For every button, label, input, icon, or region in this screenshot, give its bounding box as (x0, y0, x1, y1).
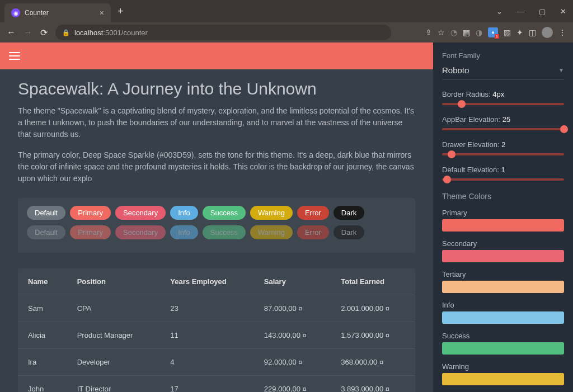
browser-title-bar: ◉ Counter × + ⌄ — ▢ ✕ (0, 0, 573, 22)
chip-secondary[interactable]: Secondary (115, 206, 166, 220)
share-icon[interactable]: ⇪ (425, 28, 432, 37)
color-swatch-secondary[interactable] (442, 250, 564, 262)
maximize-icon[interactable]: ▢ (537, 5, 548, 18)
font-family-select[interactable]: Roboto ▼ (442, 63, 564, 80)
color-label: Tertiary (442, 270, 564, 278)
table-cell: 3.893.000,00 ¤ (331, 376, 415, 393)
profile-avatar[interactable] (542, 27, 553, 38)
back-button[interactable]: ← (7, 27, 16, 37)
chip-default[interactable]: Default (27, 206, 65, 220)
extension-icon[interactable]: ▦ (463, 28, 470, 37)
chip-success-disabled: Success (203, 225, 246, 239)
table-cell: 143.000,00 ¤ (254, 322, 331, 349)
default-elevation-label: Default Elevation: 1 (442, 166, 564, 174)
chip-error-disabled: Error (297, 225, 329, 239)
app-bar (0, 42, 433, 69)
drawer-elevation-slider[interactable] (442, 153, 564, 155)
page-paragraph-2: The primary color, Deep Space Sparkle (#… (18, 149, 415, 185)
table-cell: 2.001.000,00 ¤ (331, 295, 415, 322)
page-title: Spacewalk: A Journey into the Unknown (18, 79, 415, 98)
extension-icon[interactable]: ▨ (504, 28, 511, 37)
chip-dark-disabled: Dark (334, 225, 364, 239)
main-content: Spacewalk: A Journey into the Unknown Th… (0, 42, 433, 392)
lock-icon: 🔒 (62, 29, 70, 36)
border-radius-label: Border Radius: 4px (442, 90, 564, 98)
table-cell: 1.573.000,00 ¤ (331, 322, 415, 349)
reload-button[interactable]: ⟳ (40, 27, 48, 38)
color-swatch-success[interactable] (442, 342, 564, 355)
table-header[interactable]: Years Employed (160, 268, 254, 295)
theme-sidebar: Font Family Roboto ▼ Border Radius: 4px … (433, 42, 573, 392)
color-swatch-info[interactable] (442, 311, 564, 324)
chip-default-disabled: Default (27, 225, 65, 239)
table-cell: Ira (18, 349, 67, 376)
minimize-icon[interactable]: — (515, 5, 527, 18)
close-window-icon[interactable]: ✕ (558, 5, 569, 18)
url-input[interactable]: 🔒 localhost:5001/counter (55, 25, 391, 40)
table-cell: 23 (160, 295, 254, 322)
table-cell: Product Manager (67, 322, 161, 349)
extension-icon[interactable]: ◫ (529, 28, 536, 37)
table-row[interactable]: JohnIT Director17229.000,00 ¤3.893.000,0… (18, 376, 415, 393)
hamburger-menu-button[interactable] (9, 52, 20, 60)
color-label: Warning (442, 362, 564, 371)
extension-badge-icon[interactable]: ♦1 (488, 27, 498, 37)
table-cell: Alicia (18, 322, 67, 349)
table-cell: Sam (18, 295, 67, 322)
page-paragraph-1: The theme "Spacewalk" is a captivating b… (18, 105, 415, 140)
chip-warning[interactable]: Warning (250, 206, 293, 220)
table-row[interactable]: AliciaProduct Manager11143.000,00 ¤1.573… (18, 322, 415, 349)
color-swatch-tertiary[interactable] (442, 281, 564, 293)
chip-error[interactable]: Error (297, 206, 329, 220)
chevron-down-icon: ▼ (558, 67, 564, 73)
theme-colors-title: Theme Colors (442, 192, 564, 201)
appbar-elevation-slider[interactable] (442, 128, 564, 130)
table-cell: Developer (67, 349, 161, 376)
color-label: Secondary (442, 239, 564, 248)
drawer-elevation-label: Drawer Elevation: 2 (442, 140, 564, 149)
tab-close-icon[interactable]: × (100, 8, 104, 17)
color-label: Info (442, 301, 564, 309)
bookmark-icon[interactable]: ☆ (438, 28, 445, 37)
browser-url-bar: ← → ⟳ 🔒 localhost:5001/counter ⇪ ☆ ◔ ▦ ◑… (0, 22, 573, 42)
extension-icon[interactable]: ◔ (450, 28, 457, 37)
table-cell: 92.000,00 ¤ (254, 349, 331, 376)
default-elevation-slider[interactable] (442, 178, 564, 181)
table-cell: 368.000,00 ¤ (331, 349, 415, 376)
table-cell: 229.000,00 ¤ (254, 376, 331, 393)
table-header[interactable]: Salary (254, 268, 331, 295)
table-cell: John (18, 376, 67, 393)
forward-button[interactable]: → (24, 27, 32, 37)
table-header[interactable]: Position (67, 268, 161, 295)
table-row[interactable]: SamCPA2387.000,00 ¤2.001.000,00 ¤ (18, 295, 415, 322)
chip-info[interactable]: Info (170, 206, 198, 220)
table-row[interactable]: IraDeveloper492.000,00 ¤368.000,00 ¤ (18, 349, 415, 376)
menu-icon[interactable]: ⋮ (558, 28, 566, 37)
border-radius-slider[interactable] (442, 103, 564, 105)
font-family-label: Font Family (442, 51, 564, 60)
table-header[interactable]: Total Earned (331, 268, 415, 295)
color-swatch-primary[interactable] (442, 219, 564, 232)
chip-dark[interactable]: Dark (334, 206, 364, 220)
chevron-down-icon[interactable]: ⌄ (494, 5, 505, 18)
extension-icon[interactable]: ◑ (476, 28, 482, 37)
tab-favicon-icon: ◉ (11, 8, 20, 17)
table-cell: 11 (160, 322, 254, 349)
chip-success[interactable]: Success (203, 206, 246, 220)
url-text: localhost:5001/counter (74, 29, 148, 37)
chip-info-disabled: Info (170, 225, 198, 239)
table-header[interactable]: Name (18, 268, 67, 295)
extension-puzzle-icon[interactable]: ✦ (516, 28, 523, 37)
color-swatch-warning[interactable] (442, 373, 564, 385)
chips-card: DefaultPrimarySecondaryInfoSuccessWarnin… (18, 198, 415, 253)
data-table: NamePositionYears EmployedSalaryTotal Ea… (18, 268, 415, 392)
window-controls: ⌄ — ▢ ✕ (494, 5, 569, 18)
chip-secondary-disabled: Secondary (115, 225, 166, 239)
chip-primary-disabled: Primary (70, 225, 111, 239)
table-cell: 4 (160, 349, 254, 376)
appbar-elevation-label: AppBar Elevation: 25 (442, 115, 564, 124)
chip-primary[interactable]: Primary (70, 206, 111, 220)
color-label: Primary (442, 209, 564, 217)
browser-tab[interactable]: ◉ Counter × (4, 3, 111, 22)
new-tab-button[interactable]: + (118, 6, 124, 17)
